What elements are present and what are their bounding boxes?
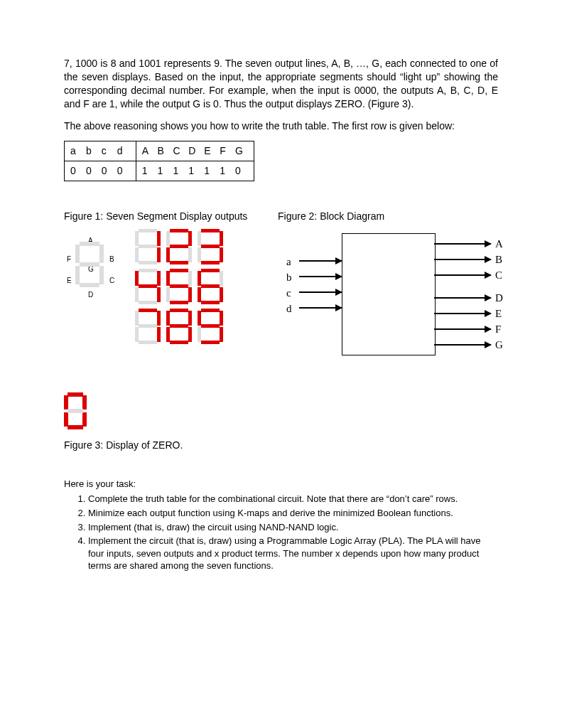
task-item-3: Implement (that is, draw) the circuit us… [88, 521, 498, 534]
output-b: B [495, 252, 502, 267]
output-c: C [495, 268, 502, 282]
digit-zero [64, 392, 87, 429]
seg-label-d: D [88, 290, 93, 300]
seven-segment-grid [135, 229, 223, 348]
seg-label-f: F [67, 255, 71, 264]
task-item-4: Implement the circuit (that is, draw) us… [88, 535, 498, 572]
digit-1 [135, 229, 161, 264]
digit-5 [166, 269, 192, 304]
task-intro: Here is your task: [64, 478, 498, 491]
digit-9 [198, 309, 223, 344]
input-c: c [286, 286, 291, 300]
tt-header-outputs: A B C D E F G [136, 141, 254, 161]
figure2-caption: Figure 2: Block Diagram [278, 210, 498, 223]
output-e: E [495, 306, 502, 321]
figure1-caption: Figure 1: Seven Segment Display outputs [64, 210, 249, 223]
truth-table: a b c d A B C D E F G 0 0 0 0 1 1 1 1 1 … [64, 141, 254, 181]
output-f: F [495, 322, 501, 336]
tt-header-inputs: a b c d [65, 141, 136, 161]
task-item-2: Minimize each output function using K-ma… [88, 507, 498, 520]
block-diagram: a b c d A B C D E F G [278, 233, 498, 375]
digit-6 [198, 269, 223, 304]
digit-7 [135, 309, 161, 344]
output-g: G [495, 338, 503, 352]
input-b: b [286, 270, 292, 284]
input-d: d [286, 301, 292, 316]
intro-paragraph-2: The above reasoning shows you how to wri… [64, 119, 498, 133]
task-item-1: Complete the truth table for the combina… [88, 493, 498, 505]
digit-8 [166, 309, 192, 344]
seg-label-e: E [67, 276, 72, 286]
seg-label-b: B [109, 255, 114, 264]
block-box [342, 233, 436, 355]
digit-3 [198, 229, 223, 264]
intro-paragraph-1: 7, 1000 is 8 and 1001 represents 9. The … [64, 57, 498, 111]
figure3-caption: Figure 3: Display of ZERO. [64, 439, 498, 452]
digit-2 [166, 229, 192, 264]
output-a: A [495, 237, 503, 251]
seg-label-c: C [109, 276, 114, 286]
digit-4 [135, 269, 161, 304]
tt-row-inputs: 0 0 0 0 [65, 161, 136, 181]
output-d: D [495, 291, 503, 305]
tt-row-outputs: 1 1 1 1 1 1 0 [136, 161, 254, 181]
zero-display [64, 392, 498, 433]
seg-digit-blank [75, 242, 104, 287]
input-a: a [286, 255, 291, 269]
seven-segment-sample: A B C D E F G [64, 233, 249, 333]
task-list: Complete the truth table for the combina… [88, 493, 498, 572]
